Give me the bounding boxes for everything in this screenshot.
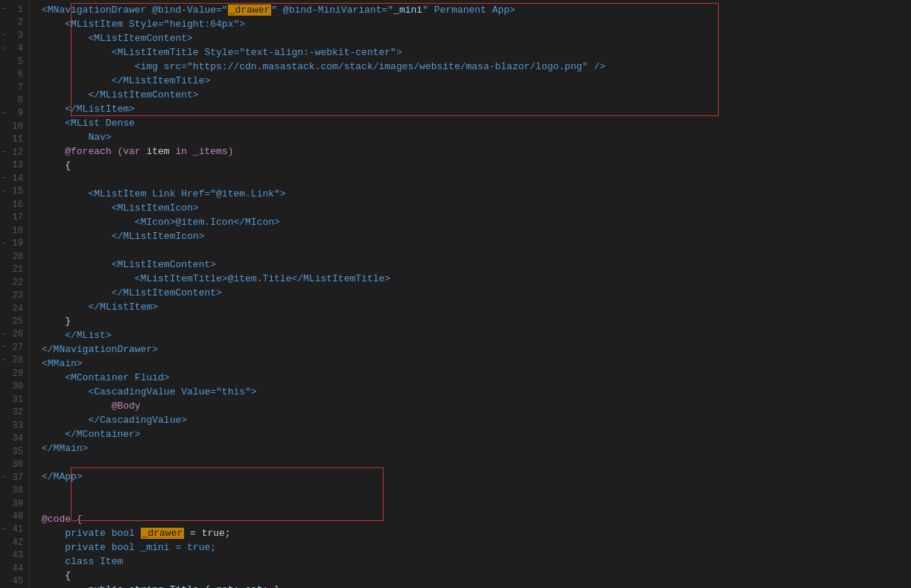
line-number-1: −1 [0, 3, 29, 16]
code-editor: −12−3−45678−91011−1213−14−15161718−19202… [0, 0, 911, 588]
line-number-26: −26 [0, 328, 29, 341]
line-number-38: 38 [0, 484, 29, 496]
code-line-2: <MListItem Style="height:64px"> [30, 17, 911, 31]
code-line-8: </MListItem> [30, 102, 911, 116]
code-line-21: </MListItemContent> [30, 286, 911, 300]
fold-icon-12[interactable]: − [1, 148, 6, 156]
fold-icon-9[interactable]: − [1, 109, 6, 118]
code-line-32: </MMain> [30, 441, 911, 456]
line-number-30: 30 [0, 380, 29, 393]
line-number-22: 22 [0, 276, 29, 289]
fold-icon-3[interactable]: − [1, 31, 6, 39]
code-line-33 [30, 456, 911, 470]
code-line-30: </CascadingValue> [30, 413, 911, 427]
code-line-5: <img src="https://cdn.masastack.com/stac… [30, 60, 911, 74]
code-line-10: Nav> [30, 130, 911, 144]
code-line-3: <MListItemContent> [30, 31, 911, 45]
code-line-26: <MMain> [30, 357, 911, 371]
code-line-16: <MIcon>@item.Icon</MIcon> [30, 215, 911, 229]
fold-icon-37[interactable]: − [1, 473, 6, 482]
line-number-44: 44 [0, 562, 29, 575]
line-number-9: −9 [0, 107, 29, 120]
fold-icon-28[interactable]: − [1, 357, 6, 365]
line-number-17: 17 [0, 211, 29, 224]
line-number-45: 45 [0, 575, 29, 588]
code-line-7: </MListItemContent> [30, 88, 911, 102]
line-number-11: 11 [0, 133, 29, 146]
line-number-15: −15 [0, 185, 29, 198]
code-line-1: <MNavigationDrawer @bind-Value="_drawer"… [30, 3, 911, 17]
code-line-37: @code { [30, 512, 911, 526]
code-line-27: <MContainer Fluid> [30, 371, 911, 385]
line-number-27: −27 [0, 341, 29, 354]
code-line-36 [30, 498, 911, 512]
line-number-40: 40 [0, 510, 29, 523]
code-line-35 [30, 484, 911, 498]
line-number-12: −12 [0, 146, 29, 159]
line-number-41: −41 [0, 523, 29, 536]
line-number-13: 13 [0, 159, 29, 172]
code-line-20: <MListItemTitle>@item.Title</MListItemTi… [30, 272, 911, 286]
line-number-10: 10 [0, 120, 29, 132]
code-line-4: <MListItemTitle Style="text-align:-webki… [30, 45, 911, 60]
line-number-37: −37 [0, 471, 29, 484]
line-number-43: 43 [0, 549, 29, 562]
code-line-22: </MListItem> [30, 300, 911, 314]
code-line-19: <MListItemContent> [30, 258, 911, 272]
code-line-34: </MApp> [30, 470, 911, 484]
line-number-23: 23 [0, 289, 29, 301]
fold-icon-4[interactable]: − [1, 45, 6, 53]
fold-icon-26[interactable]: − [1, 330, 6, 339]
line-number-6: 6 [0, 68, 29, 80]
line-number-25: 25 [0, 315, 29, 327]
line-number-4: −4 [0, 42, 29, 54]
line-number-5: 5 [0, 55, 29, 68]
code-content[interactable]: <MNavigationDrawer @bind-Value="_drawer"… [30, 0, 911, 588]
fold-icon-1[interactable]: − [1, 5, 6, 13]
line-number-14: −14 [0, 172, 29, 185]
line-number-8: 8 [0, 94, 29, 106]
line-number-24: 24 [0, 302, 29, 315]
code-line-15: <MListItemIcon> [30, 201, 911, 215]
line-number-7: 7 [0, 81, 29, 94]
code-line-40: class Item [30, 555, 911, 569]
fold-icon-19[interactable]: − [1, 240, 6, 248]
line-number-21: 21 [0, 263, 29, 275]
code-line-42: public string Title { get; set; } [30, 583, 911, 588]
line-number-16: 16 [0, 198, 29, 211]
fold-icon-14[interactable]: − [1, 174, 6, 182]
line-number-20: 20 [0, 250, 29, 263]
line-number-2: 2 [0, 16, 29, 28]
line-number-32: 32 [0, 406, 29, 419]
line-number-18: 18 [0, 224, 29, 237]
fold-icon-27[interactable]: − [1, 343, 6, 351]
line-number-19: −19 [0, 237, 29, 249]
code-line-9: <MList Dense [30, 116, 911, 130]
code-line-23: } [30, 314, 911, 328]
line-number-gutter: −12−3−45678−91011−1213−14−15161718−19202… [0, 0, 30, 588]
code-line-39: private bool _mini = true; [30, 540, 911, 555]
line-number-36: 36 [0, 458, 29, 470]
code-line-13 [30, 173, 911, 187]
fold-icon-41[interactable]: − [1, 525, 6, 534]
code-line-6: </MListItemTitle> [30, 74, 911, 88]
code-line-11: @foreach (var item in _items) [30, 144, 911, 159]
line-number-28: −28 [0, 354, 29, 367]
code-line-17: </MListItemIcon> [30, 229, 911, 243]
code-line-38: private bool _drawer = true; [30, 526, 911, 540]
code-line-28: <CascadingValue Value="this"> [30, 385, 911, 399]
fold-icon-15[interactable]: − [1, 188, 6, 196]
line-number-42: 42 [0, 536, 29, 549]
line-number-3: −3 [0, 29, 29, 42]
line-number-31: 31 [0, 393, 29, 406]
line-number-35: 35 [0, 445, 29, 458]
code-line-29: @Body [30, 399, 911, 413]
code-line-18 [30, 243, 911, 258]
code-line-12: { [30, 159, 911, 173]
line-number-29: 29 [0, 367, 29, 380]
code-line-31: </MContainer> [30, 427, 911, 441]
code-line-14: <MListItem Link Href="@item.Link"> [30, 187, 911, 201]
code-line-41: { [30, 569, 911, 583]
code-line-25: </MNavigationDrawer> [30, 342, 911, 357]
code-line-24: </MList> [30, 328, 911, 342]
